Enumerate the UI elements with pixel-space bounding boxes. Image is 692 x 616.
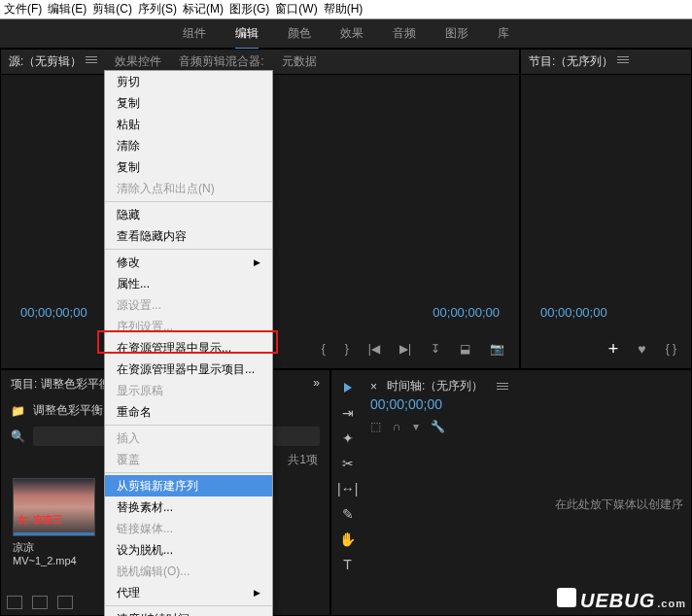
- step-back-icon[interactable]: |◀: [368, 342, 380, 356]
- tab-library[interactable]: 库: [498, 25, 509, 42]
- type-tool-icon[interactable]: T: [343, 557, 352, 572]
- source-tc-left[interactable]: 00;00;00;00: [20, 305, 87, 320]
- menu-marker[interactable]: 标记(M): [183, 1, 224, 17]
- mark-out-icon[interactable]: }: [345, 342, 349, 356]
- link-icon[interactable]: ∩: [393, 420, 401, 433]
- timeline-timecode[interactable]: 00;00;00;00: [331, 396, 691, 418]
- audio-mixer-tab[interactable]: 音频剪辑混合器:: [179, 53, 263, 70]
- project-view-icons: [7, 596, 73, 609]
- menu-item[interactable]: 从剪辑新建序列: [105, 475, 272, 496]
- panel-menu-icon[interactable]: [497, 381, 508, 392]
- source-tab[interactable]: 源:（无剪辑）: [9, 53, 97, 70]
- menubar: 文件(F) 编辑(E) 剪辑(C) 序列(S) 标记(M) 图形(G) 窗口(W…: [0, 0, 692, 19]
- menu-item[interactable]: 在资源管理器中显示...: [105, 337, 272, 359]
- ripple-edit-tool-icon[interactable]: ✦: [342, 430, 354, 446]
- project-title[interactable]: 项目: 调整色彩平衡: [11, 377, 111, 391]
- menu-item[interactable]: 速度/持续时间...: [105, 608, 272, 616]
- timeline-toolbar: ⬚ ∩ ▾ 🔧: [331, 418, 691, 439]
- marker-icon[interactable]: ▾: [413, 420, 419, 433]
- slip-tool-icon[interactable]: |↔|: [337, 481, 358, 496]
- menu-file[interactable]: 文件(F): [4, 1, 42, 17]
- menu-item: 链接媒体...: [105, 518, 272, 539]
- pen-tool-icon[interactable]: ✎: [342, 506, 354, 522]
- menu-item[interactable]: 属性...: [105, 273, 272, 294]
- favorite-icon[interactable]: ♥: [638, 341, 645, 357]
- menu-item[interactable]: 设为脱机...: [105, 539, 272, 561]
- timeline-panel: ⇥ ✦ ✂ |↔| ✎ ✋ T × 时间轴:（无序列） 00;00;00;00 …: [330, 369, 692, 616]
- workspace-tabs: 组件 编辑 颜色 效果 音频 图形 库: [0, 19, 692, 49]
- menu-help[interactable]: 帮助(H): [324, 1, 363, 17]
- menu-item[interactable]: 重命名: [105, 401, 272, 423]
- menu-item[interactable]: 在资源管理器中显示项目...: [105, 359, 272, 380]
- close-icon[interactable]: ×: [370, 380, 377, 394]
- add-marker-icon[interactable]: +: [608, 339, 619, 359]
- program-tc-left[interactable]: 00;00;00;00: [540, 305, 607, 320]
- program-tab[interactable]: 节目:（无序列）: [529, 53, 629, 70]
- timeline-title[interactable]: 时间轴:（无序列）: [387, 378, 483, 394]
- metadata-tab[interactable]: 元数据: [282, 53, 317, 70]
- icon-view-icon[interactable]: [32, 596, 48, 609]
- program-panel: 节目:（无序列） 00;00;00;00 + ♥ { }: [520, 49, 692, 369]
- menu-item[interactable]: 隐藏: [105, 204, 272, 225]
- mark-in-icon[interactable]: {: [322, 342, 326, 356]
- bin-icon[interactable]: 📁: [11, 404, 25, 418]
- program-transport: + ♥ { }: [521, 334, 691, 363]
- step-fwd-icon[interactable]: ▶|: [399, 342, 411, 356]
- menu-graphics[interactable]: 图形(G): [229, 1, 269, 17]
- menu-item[interactable]: 清除: [105, 135, 272, 156]
- thumb-overlay-text: 女: 凉凉三: [17, 513, 62, 527]
- project-item[interactable]: 女: 凉凉三 凉凉MV~1_2.mp4: [13, 478, 95, 566]
- tab-audio[interactable]: 音频: [393, 25, 416, 42]
- freeform-view-icon[interactable]: [57, 596, 73, 609]
- menu-item: 显示原稿: [105, 380, 272, 401]
- source-tc-right[interactable]: 00;00;00;00: [432, 305, 500, 320]
- program-timecode: 00;00;00;00: [521, 305, 691, 320]
- tab-graphics[interactable]: 图形: [445, 25, 468, 42]
- menu-item: 插入: [105, 428, 272, 449]
- insert-icon[interactable]: ↧: [431, 342, 440, 356]
- program-panel-tabs: 节目:（无序列）: [521, 50, 691, 75]
- menu-item[interactable]: 剪切: [105, 71, 272, 92]
- tab-color[interactable]: 颜色: [288, 25, 311, 42]
- menu-item[interactable]: 粘贴: [105, 114, 272, 135]
- braces-icon[interactable]: { }: [666, 342, 676, 356]
- menu-window[interactable]: 窗口(W): [275, 1, 317, 17]
- razor-tool-icon[interactable]: ✂: [342, 456, 354, 471]
- export-frame-icon[interactable]: 📷: [490, 342, 504, 356]
- menu-item[interactable]: 替换素材...: [105, 496, 272, 518]
- tools-column: ⇥ ✦ ✂ |↔| ✎ ✋ T: [337, 380, 358, 572]
- snap-icon[interactable]: ⬚: [370, 420, 381, 433]
- clip-thumbnail[interactable]: 女: 凉凉三: [13, 478, 95, 536]
- menu-item: 清除入点和出点(N): [105, 178, 272, 199]
- menu-sequence[interactable]: 序列(S): [138, 1, 177, 17]
- menu-item[interactable]: 复制: [105, 156, 272, 178]
- menu-edit[interactable]: 编辑(E): [48, 1, 86, 17]
- menu-item[interactable]: 代理▶: [105, 582, 272, 603]
- timeline-drop-hint: 在此处放下媒体以创建序: [555, 496, 683, 513]
- search-icon[interactable]: 🔍: [11, 429, 25, 443]
- tab-assembly[interactable]: 组件: [183, 25, 206, 42]
- tab-effects[interactable]: 效果: [340, 25, 363, 42]
- hand-tool-icon[interactable]: ✋: [339, 531, 356, 547]
- panel-menu-icon[interactable]: [617, 54, 629, 65]
- tab-editing[interactable]: 编辑: [235, 25, 259, 42]
- menu-item: 脱机编辑(O)...: [105, 561, 272, 582]
- track-select-tool-icon[interactable]: ⇥: [342, 405, 354, 421]
- menu-item: 覆盖: [105, 449, 272, 470]
- watermark: UEBUG.com: [557, 588, 686, 612]
- overwrite-icon[interactable]: ⬓: [460, 342, 470, 356]
- menu-item[interactable]: 查看隐藏内容: [105, 225, 272, 247]
- menu-item[interactable]: 复制: [105, 92, 272, 114]
- more-tabs-icon[interactable]: »: [313, 376, 320, 390]
- selection-tool-icon[interactable]: [344, 380, 352, 395]
- menu-clip[interactable]: 剪辑(C): [92, 1, 132, 17]
- panel-menu-icon[interactable]: [86, 54, 97, 65]
- settings-icon[interactable]: 🔧: [431, 420, 445, 433]
- bin-name: 调整色彩平衡: [33, 402, 103, 419]
- clip-filename[interactable]: 凉凉MV~1_2.mp4: [13, 540, 95, 566]
- context-menu[interactable]: 剪切复制粘贴清除复制清除入点和出点(N)隐藏查看隐藏内容修改▶属性...源设置.…: [104, 70, 273, 616]
- effect-controls-tab[interactable]: 效果控件: [115, 53, 161, 70]
- menu-item[interactable]: 修改▶: [105, 252, 272, 273]
- menu-item: 源设置...: [105, 294, 272, 316]
- list-view-icon[interactable]: [7, 596, 22, 609]
